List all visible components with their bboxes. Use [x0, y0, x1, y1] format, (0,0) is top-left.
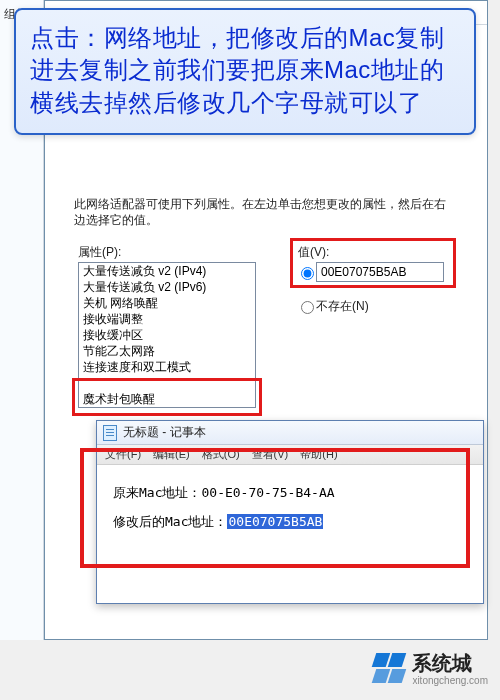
notepad-line-1: 原来Mac地址：00-E0-70-75-B4-AA [113, 479, 467, 508]
watermark: 系统城 xitongcheng.com [374, 650, 488, 686]
property-item[interactable]: 接收端调整 [79, 311, 255, 327]
property-item[interactable] [79, 375, 255, 391]
property-item[interactable]: 关机 网络唤醒 [79, 295, 255, 311]
watermark-sub: xitongcheng.com [412, 675, 488, 686]
line1-label: 原来Mac地址： [113, 485, 201, 500]
value-input[interactable] [316, 262, 444, 282]
line2-value-selected: 00E07075B5AB [227, 514, 323, 529]
notepad-line-2: 修改后的Mac地址：00E07075B5AB [113, 508, 467, 537]
property-item[interactable]: 连接速度和双工模式 [79, 359, 255, 375]
instruction-callout: 点击：网络地址，把修改后的Mac复制进去复制之前我们要把原来Mac地址的横线去掉… [14, 8, 476, 135]
notepad-icon [103, 425, 117, 441]
instruction-text: 点击：网络地址，把修改后的Mac复制进去复制之前我们要把原来Mac地址的横线去掉… [30, 22, 460, 119]
line2-label: 修改后的Mac地址： [113, 514, 227, 529]
property-item[interactable]: 大量传送减负 v2 (IPv4) [79, 263, 255, 279]
value-label: 值(V): [298, 244, 329, 261]
notepad-menu-item[interactable]: 查看(V) [252, 448, 289, 460]
property-item[interactable]: 接收缓冲区 [79, 327, 255, 343]
property-item[interactable]: 节能乙太网路 [79, 343, 255, 359]
watermark-logo-icon [374, 653, 406, 683]
property-item[interactable]: 魔术封包唤醒 [79, 391, 255, 407]
notepad-menu-item[interactable]: 文件(F) [105, 448, 141, 460]
not-exist-label: 不存在(N) [316, 298, 369, 315]
notepad-titlebar[interactable]: 无标题 - 记事本 [97, 421, 483, 445]
notepad-body[interactable]: 原来Mac地址：00-E0-70-75-B4-AA 修改后的Mac地址：00E0… [97, 465, 483, 603]
notepad-menu-item[interactable]: 编辑(E) [153, 448, 190, 460]
watermark-brand: 系统城 [412, 650, 488, 677]
property-item[interactable]: 大量传送减负 v2 (IPv6) [79, 279, 255, 295]
properties-listbox[interactable]: 大量传送减负 v2 (IPv4)大量传送减负 v2 (IPv6)关机 网络唤醒接… [78, 262, 256, 408]
notepad-menu-item[interactable]: 帮助(H) [300, 448, 337, 460]
line1-value: 00-E0-70-75-B4-AA [201, 485, 334, 500]
not-exist-radio[interactable] [301, 301, 314, 314]
properties-label: 属性(P): [78, 244, 121, 261]
value-radio[interactable] [301, 267, 314, 280]
dialog-description: 此网络适配器可使用下列属性。在左边单击您想更改的属性，然后在右边选择它的值。 [74, 196, 454, 228]
notepad-menu-item[interactable]: 格式(O) [202, 448, 240, 460]
property-item[interactable]: 网络地址 [79, 407, 255, 408]
notepad-title: 无标题 - 记事本 [123, 424, 206, 441]
notepad-menubar[interactable]: 文件(F)编辑(E)格式(O)查看(V)帮助(H) [97, 445, 483, 465]
notepad-window: 无标题 - 记事本 文件(F)编辑(E)格式(O)查看(V)帮助(H) 原来Ma… [96, 420, 484, 604]
